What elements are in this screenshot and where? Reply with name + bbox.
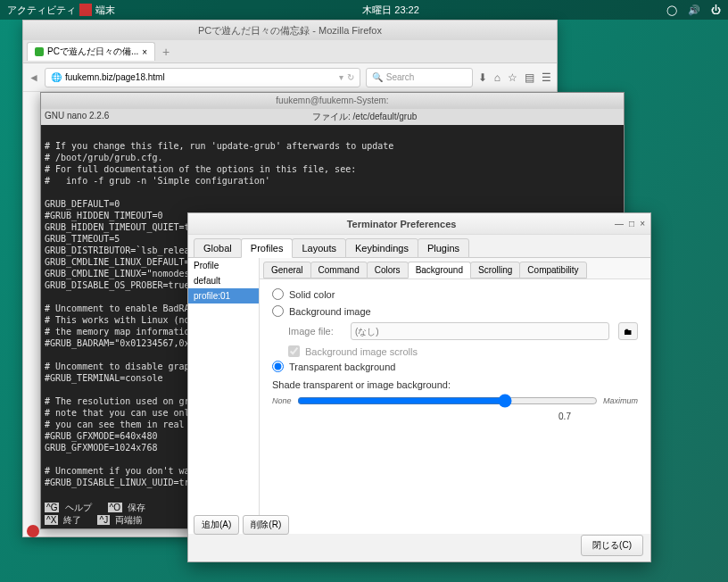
volume-icon[interactable]: 🔊	[688, 4, 700, 16]
gnome-topbar: アクティビティ 端末 木曜日 23:22 ◯ 🔊 ⏻	[0, 0, 728, 20]
save-key: ^O	[108, 503, 122, 512]
prefs-title: Terminator Preferences	[188, 219, 615, 229]
subtab-background[interactable]: Background	[408, 262, 471, 279]
image-file-label: Image file:	[288, 326, 342, 337]
radio-image-input[interactable]	[272, 305, 284, 317]
save-label: 保存	[128, 503, 145, 512]
list-icon[interactable]: ▤	[525, 71, 534, 84]
shade-max-label: Maximum	[603, 396, 638, 405]
favicon-icon	[35, 47, 44, 56]
tab-label: PCで遊んだ日々の備...	[47, 46, 138, 58]
justify-label: 両端揃	[115, 515, 142, 525]
shade-slider[interactable]	[297, 394, 598, 408]
prefs-top-tabs: GlobalProfilesLayoutsKeybindingsPlugins	[188, 235, 650, 258]
profiles-sidebar: Profiledefaultprofile:01	[188, 258, 260, 534]
browser-tab[interactable]: PCで遊んだ日々の備... ×	[27, 42, 155, 61]
download-icon[interactable]: ⬇	[478, 71, 487, 84]
preferences-window: Terminator Preferences — □ × GlobalProfi…	[187, 212, 651, 562]
prefs-titlebar: Terminator Preferences — □ ×	[188, 213, 650, 235]
radio-transparent-label: Transparent background	[289, 362, 395, 372]
menu-icon[interactable]: ☰	[542, 71, 551, 84]
radio-transparent[interactable]: Transparent background	[272, 361, 638, 372]
image-file-input	[351, 322, 609, 340]
radio-bg-image[interactable]: Background image	[272, 305, 638, 317]
url-bar[interactable]: 🌐 fuukemn.biz/page18.html ▾ ↻	[45, 68, 360, 87]
close-button[interactable]: 閉じる(C)	[581, 535, 643, 556]
firefox-tabstrip: PCで遊んだ日々の備... × +	[23, 40, 557, 63]
shade-label: Shade transparent or image background:	[272, 379, 638, 390]
bookmark-icon[interactable]: ☆	[508, 71, 517, 84]
maximize-icon[interactable]: □	[629, 219, 634, 229]
background-panel: Solid color Background image Image file:…	[260, 279, 650, 430]
shade-value: 0.7	[272, 412, 638, 421]
exit-label: 終了	[63, 515, 81, 525]
home-icon[interactable]: ⌂	[494, 71, 500, 84]
radio-transparent-input[interactable]	[272, 361, 284, 372]
terminal-titlebar: fuukemn@fuukemn-System:	[41, 93, 624, 109]
dock-app-icon[interactable]	[27, 525, 39, 537]
back-button[interactable]: ◄	[29, 71, 39, 84]
clock[interactable]: 木曜日 23:22	[115, 4, 666, 17]
reload-icon[interactable]: ↻	[347, 72, 354, 82]
tab-plugins[interactable]: Plugins	[418, 238, 469, 258]
profile-item[interactable]: default	[188, 273, 259, 288]
radio-image-label: Background image	[289, 306, 371, 317]
firefox-titlebar: PCで遊んだ日々の備忘録 - Mozilla Firefox	[23, 21, 557, 40]
tab-profiles[interactable]: Profiles	[241, 238, 294, 258]
shade-min-label: None	[272, 396, 292, 405]
scroll-checkbox	[288, 345, 300, 357]
a11y-icon[interactable]: ◯	[666, 4, 677, 16]
nano-file-label: ファイル: /etc/default/grub	[109, 111, 620, 123]
nano-header: GNU nano 2.2.6 ファイル: /etc/default/grub	[41, 109, 624, 125]
subtab-command[interactable]: Command	[310, 262, 368, 279]
globe-icon: 🌐	[51, 72, 62, 82]
radio-solid-label: Solid color	[289, 289, 335, 300]
dropdown-icon[interactable]: ▾	[339, 72, 343, 82]
add-profile-button[interactable]: 追加(A)	[194, 515, 239, 535]
justify-key: ^J	[97, 515, 110, 525]
prefs-sub-tabs: GeneralCommandColorsBackgroundScrollingC…	[260, 258, 650, 279]
profile-item[interactable]: Profile	[188, 258, 259, 273]
app-menu-label[interactable]: 端末	[95, 4, 115, 17]
profile-item[interactable]: profile:01	[188, 288, 259, 303]
scroll-check-label: Background image scrolls	[305, 346, 418, 357]
subtab-scrolling[interactable]: Scrolling	[470, 262, 520, 279]
subtab-compatibility[interactable]: Compatibility	[519, 262, 586, 279]
tab-keybindings[interactable]: Keybindings	[345, 238, 418, 258]
url-text: fuukemn.biz/page18.html	[65, 72, 165, 82]
terminal-app-icon[interactable]	[79, 4, 92, 16]
image-file-browse-button[interactable]: 🖿	[618, 322, 638, 340]
help-key: ^G	[45, 503, 59, 512]
firefox-toolbar: ◄ 🌐 fuukemn.biz/page18.html ▾ ↻ 🔍 Search…	[23, 63, 557, 92]
search-bar[interactable]: 🔍 Search	[366, 68, 473, 87]
tab-global[interactable]: Global	[194, 238, 242, 258]
exit-key: ^X	[45, 515, 58, 525]
tab-layouts[interactable]: Layouts	[292, 238, 346, 258]
help-label: ヘルプ	[65, 503, 92, 512]
power-icon[interactable]: ⏻	[711, 4, 721, 16]
remove-profile-button[interactable]: 削除(R)	[243, 515, 289, 535]
nano-version: GNU nano 2.2.6	[45, 111, 109, 123]
search-icon: 🔍	[372, 72, 383, 82]
tab-close-icon[interactable]: ×	[142, 47, 147, 57]
subtab-general[interactable]: General	[263, 262, 311, 279]
search-placeholder: Search	[386, 72, 415, 82]
minimize-icon[interactable]: —	[615, 219, 624, 229]
activities-button[interactable]: アクティビティ	[7, 4, 76, 17]
radio-solid-input[interactable]	[272, 288, 284, 300]
radio-solid-color[interactable]: Solid color	[272, 288, 638, 300]
close-icon[interactable]: ×	[640, 219, 645, 229]
new-tab-button[interactable]: +	[157, 45, 175, 59]
subtab-colors[interactable]: Colors	[367, 262, 409, 279]
